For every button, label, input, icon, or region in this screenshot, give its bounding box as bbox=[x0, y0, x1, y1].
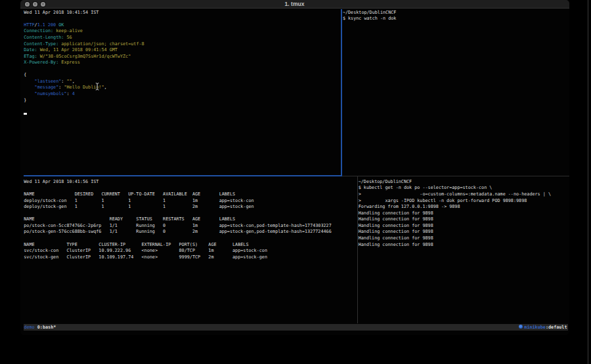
tmux-status-right: minikube:default bbox=[519, 324, 567, 331]
tmux-status-left: demo 0:bash* bbox=[24, 324, 56, 331]
kube-namespace: :default bbox=[546, 325, 567, 330]
helm-icon bbox=[519, 325, 523, 329]
terminal-window: 1. tmux Wed 11 Apr 2018 10:41:54 IST HTT… bbox=[20, 0, 569, 335]
pane-http-response[interactable]: Wed 11 Apr 2018 10:41:54 IST HTTP/1.1 20… bbox=[24, 10, 144, 104]
pane-kubectl-watch[interactable]: Wed 11 Apr 2018 10:41:56 IST NAME DESIRE… bbox=[24, 179, 331, 260]
active-pane-border-vertical[interactable] bbox=[341, 9, 342, 176]
tmux-status-bar: demo 0:bash* minikube:default bbox=[24, 324, 568, 331]
terminal-cursor bbox=[24, 113, 27, 115]
mouse-ibeam-cursor bbox=[95, 83, 100, 91]
active-pane-border-horizontal[interactable] bbox=[24, 175, 342, 176]
session-name: demo bbox=[24, 325, 34, 330]
window-titlebar[interactable]: 1. tmux bbox=[20, 0, 569, 9]
screen: { "window": { "title": "1. tmux", "traff… bbox=[0, 0, 591, 364]
pane-border-vertical[interactable] bbox=[357, 176, 358, 323]
screen-edge-line bbox=[588, 0, 588, 364]
pane-port-forward[interactable]: ~/Desktop/DublinCNCF $ kubectl get -n do… bbox=[359, 179, 551, 248]
window-name[interactable]: 0:bash* bbox=[37, 325, 56, 330]
pane-border-horizontal[interactable] bbox=[342, 176, 569, 176]
pane-ksync[interactable]: ~/Desktop/DublinCNCF $ ksync watch -n do… bbox=[343, 10, 396, 22]
window-title: 1. tmux bbox=[20, 0, 569, 9]
kube-context: minikube bbox=[524, 325, 546, 330]
